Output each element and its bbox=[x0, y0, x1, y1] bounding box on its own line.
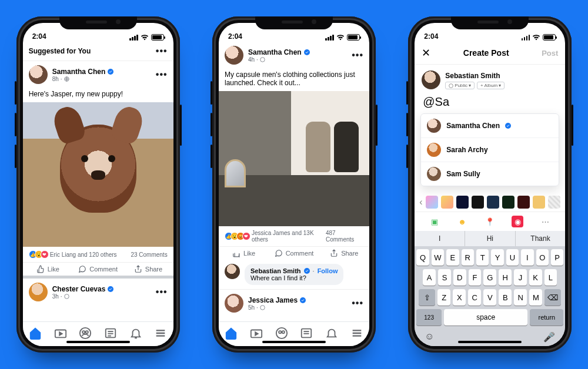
tab-menu[interactable] bbox=[154, 327, 167, 342]
more-icon[interactable]: ••• bbox=[156, 46, 168, 56]
more-tools-icon[interactable]: ⋯ bbox=[540, 216, 552, 227]
top-comment[interactable]: Sebastian Smith·Follow Where can I find … bbox=[219, 260, 369, 289]
post-more-icon[interactable]: ••• bbox=[156, 287, 168, 297]
tab-watch[interactable] bbox=[250, 327, 263, 342]
dictation-icon[interactable]: 🎤 bbox=[543, 331, 555, 343]
comments-count[interactable]: 487 Comments bbox=[326, 230, 363, 243]
post-more-icon[interactable]: ••• bbox=[352, 50, 363, 61]
emoji-icon[interactable]: ☻ bbox=[456, 216, 468, 227]
mention-option[interactable]: Samantha Chen bbox=[421, 114, 559, 137]
avatar[interactable] bbox=[225, 46, 243, 65]
key-d[interactable]: D bbox=[453, 269, 466, 286]
predictive-word[interactable]: Thank bbox=[515, 231, 566, 246]
key-j[interactable]: J bbox=[514, 269, 527, 286]
post-more-icon[interactable]: ••• bbox=[156, 69, 168, 80]
post-author[interactable]: Jessica James bbox=[248, 296, 298, 304]
background-strip[interactable]: ‹ bbox=[415, 193, 565, 212]
key-f[interactable]: F bbox=[469, 269, 482, 286]
live-icon[interactable]: ◉ bbox=[512, 216, 523, 227]
key-v[interactable]: V bbox=[483, 289, 496, 306]
tab-notifications[interactable] bbox=[325, 327, 338, 342]
bg-swatch[interactable] bbox=[472, 196, 484, 209]
numbers-key[interactable]: 123 bbox=[416, 309, 442, 326]
post-button[interactable]: Post bbox=[542, 49, 558, 58]
comment-button[interactable]: Comment bbox=[269, 249, 319, 257]
key-q[interactable]: Q bbox=[416, 249, 429, 266]
emoji-keyboard-icon[interactable]: ☺ bbox=[425, 331, 434, 343]
album-chip[interactable]: + Album ▾ bbox=[477, 82, 505, 89]
avatar[interactable] bbox=[225, 294, 243, 313]
home-indicator[interactable] bbox=[458, 341, 522, 343]
key-i[interactable]: I bbox=[521, 249, 533, 266]
avatar[interactable] bbox=[29, 283, 48, 301]
bg-swatch[interactable] bbox=[502, 196, 514, 209]
post-image[interactable] bbox=[219, 91, 369, 226]
key-a[interactable]: A bbox=[423, 269, 436, 286]
tab-home[interactable] bbox=[29, 327, 42, 342]
post-author[interactable]: Samantha Chen bbox=[52, 68, 106, 76]
key-g[interactable]: G bbox=[483, 269, 496, 286]
key-e[interactable]: E bbox=[446, 249, 459, 266]
tab-groups[interactable] bbox=[275, 327, 288, 342]
tab-news[interactable] bbox=[300, 327, 313, 342]
follow-link[interactable]: Follow bbox=[318, 267, 338, 274]
composer-input[interactable]: @Sa bbox=[415, 92, 565, 112]
key-z[interactable]: Z bbox=[437, 289, 450, 306]
return-key[interactable]: return bbox=[530, 309, 563, 326]
key-k[interactable]: K bbox=[529, 269, 542, 286]
tab-news[interactable] bbox=[104, 327, 117, 342]
bg-swatch[interactable] bbox=[533, 196, 545, 209]
comment-author[interactable]: Sebastian Smith bbox=[250, 267, 301, 274]
bg-swatch[interactable] bbox=[456, 196, 469, 209]
bg-swatch[interactable] bbox=[487, 196, 499, 209]
predictive-word[interactable]: Hi bbox=[465, 231, 515, 246]
post-more-icon[interactable]: ••• bbox=[352, 298, 363, 308]
mention-option[interactable]: Sarah Archy bbox=[421, 137, 559, 162]
avatar[interactable] bbox=[422, 71, 440, 89]
avatar[interactable] bbox=[225, 264, 240, 279]
tab-watch[interactable] bbox=[54, 327, 67, 342]
home-indicator[interactable] bbox=[262, 341, 326, 343]
tab-menu[interactable] bbox=[350, 327, 363, 342]
comments-count[interactable]: 23 Comments bbox=[131, 251, 167, 258]
share-button[interactable]: Share bbox=[123, 265, 173, 273]
bg-swatch[interactable] bbox=[517, 196, 530, 209]
key-p[interactable]: P bbox=[551, 249, 563, 266]
key-t[interactable]: T bbox=[476, 249, 489, 266]
key-y[interactable]: Y bbox=[491, 249, 503, 266]
predictive-word[interactable]: I bbox=[415, 231, 465, 246]
close-icon[interactable]: ✕ bbox=[422, 46, 430, 59]
reactions-bar[interactable]: 👍😮😡❤ Jessica James and 13K others 487 Co… bbox=[219, 226, 369, 246]
post-header[interactable]: Samantha Chen 8h · ••• bbox=[23, 61, 173, 88]
comment-button[interactable]: Comment bbox=[73, 265, 123, 273]
key-o[interactable]: O bbox=[536, 249, 549, 266]
chevron-left-icon[interactable]: ‹ bbox=[419, 197, 422, 207]
bg-swatch[interactable] bbox=[441, 196, 453, 209]
tab-home[interactable] bbox=[225, 327, 238, 342]
like-button[interactable]: Like bbox=[219, 249, 269, 257]
key-s[interactable]: S bbox=[438, 269, 451, 286]
bg-swatch[interactable] bbox=[426, 196, 438, 209]
mention-option[interactable]: Sam Sully bbox=[421, 162, 559, 186]
post-header[interactable]: Chester Cuevas 3h · ••• bbox=[23, 279, 173, 306]
avatar[interactable] bbox=[29, 65, 48, 84]
like-button[interactable]: Like bbox=[23, 265, 73, 273]
key-h[interactable]: H bbox=[499, 269, 512, 286]
tab-groups[interactable] bbox=[79, 327, 92, 342]
post-header[interactable]: Jessica James 5h · ••• bbox=[219, 289, 369, 317]
key-u[interactable]: U bbox=[506, 249, 519, 266]
post-header[interactable]: Samantha Chen 4h · ••• bbox=[219, 42, 369, 69]
tab-notifications[interactable] bbox=[129, 327, 142, 342]
key-w[interactable]: W bbox=[432, 249, 444, 266]
post-image[interactable] bbox=[23, 102, 173, 247]
backspace-key[interactable]: ⌫ bbox=[544, 289, 561, 306]
audience-chip[interactable]: Public ▾ bbox=[445, 82, 475, 89]
post-author[interactable]: Samantha Chen bbox=[248, 48, 302, 56]
key-b[interactable]: B bbox=[499, 289, 512, 306]
key-c[interactable]: C bbox=[468, 289, 481, 306]
key-r[interactable]: R bbox=[462, 249, 474, 266]
home-indicator[interactable] bbox=[66, 341, 130, 343]
photo-icon[interactable]: ▣ bbox=[429, 216, 440, 227]
shift-key[interactable]: ⇧ bbox=[419, 289, 435, 306]
key-x[interactable]: X bbox=[453, 289, 466, 306]
